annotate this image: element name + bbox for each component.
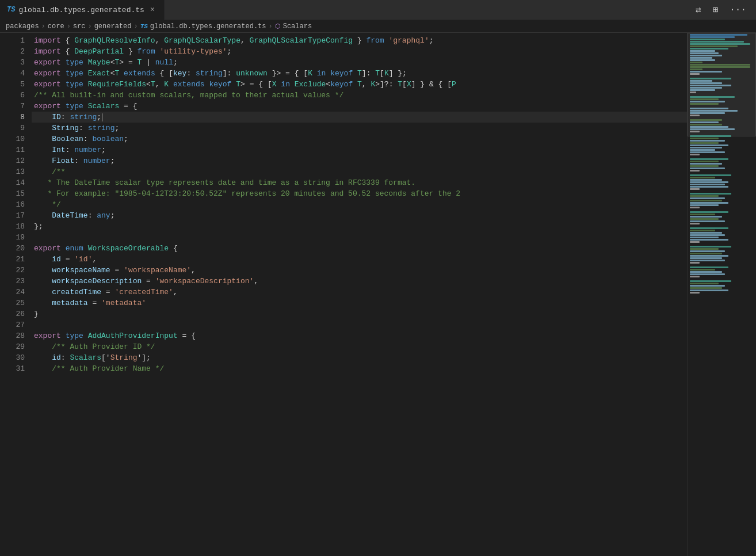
code-line-31: /** Auth Provider Name */ [32,363,687,374]
toolbar-right: ⇄ ⊞ ··· [693,2,756,17]
line-num-8: 8 [0,112,25,123]
code-line-29: /** Auth Provider ID */ [32,341,687,352]
editor[interactable]: 1 2 3 4 5 6 7 8 9 10 11 12 13 14 15 16 1… [0,33,756,556]
line-numbers: 1 2 3 4 5 6 7 8 9 10 11 12 13 14 15 16 1… [0,33,32,556]
line-num-20: 20 [0,243,25,254]
line-num-17: 17 [0,210,25,221]
code-line-6: /** All built-in and custom scalars, map… [32,90,687,101]
line-num-25: 25 [0,298,25,309]
line-num-18: 18 [0,221,25,232]
breadcrumb-file[interactable]: global.db.types.generated.ts [150,22,266,31]
ts-badge: TS [7,6,15,14]
minimap [687,33,756,556]
code-line-11: Int: number; [32,144,687,155]
line-num-28: 28 [0,330,25,341]
code-line-2: import { DeepPartial } from 'utility-typ… [32,46,687,57]
code-line-5: export type RequireFields<T, K extends k… [32,79,687,90]
code-line-24: createdTime = 'createdTime', [32,287,687,298]
code-line-15: * For example: "1985-04-12T23:20:50.52Z"… [32,188,687,199]
code-area[interactable]: import { GraphQLResolveInfo, GraphQLScal… [32,33,687,556]
code-line-13: /** [32,166,687,177]
line-num-11: 11 [0,144,25,155]
code-line-9: String: string; [32,123,687,134]
line-num-7: 7 [0,101,25,112]
line-num-1: 1 [0,35,25,46]
code-line-18: }; [32,221,687,232]
line-num-9: 9 [0,123,25,134]
line-num-30: 30 [0,352,25,363]
code-line-7: export type Scalars = { [32,101,687,112]
line-num-6: 6 [0,90,25,101]
tab-close-button[interactable]: × [148,5,157,14]
line-num-31: 31 [0,363,25,374]
line-num-22: 22 [0,265,25,276]
code-line-12: Float: number; [32,155,687,166]
breadcrumb-core[interactable]: core [48,22,64,31]
line-num-29: 29 [0,341,25,352]
breadcrumb-ts-badge: TS [140,23,148,30]
line-num-4: 4 [0,68,25,79]
line-num-12: 12 [0,155,25,166]
code-line-23: workspaceDescription = 'workspaceDescrip… [32,276,687,287]
line-num-2: 2 [0,46,25,57]
split-editor-button[interactable]: ⇄ [693,2,704,17]
code-line-22: workspaceName = 'workspaceName', [32,265,687,276]
code-line-3: export type Maybe<T> = T | null; [32,57,687,68]
line-num-27: 27 [0,319,25,330]
breadcrumb-symbol-icon: ⬡ [275,22,281,30]
code-line-28: export type AddAuthProviderInput = { [32,330,687,341]
code-line-4: export type Exact<T extends { [key: stri… [32,68,687,79]
code-line-26: } [32,309,687,319]
breadcrumb-symbol[interactable]: Scalars [283,22,312,31]
code-line-10: Boolean: boolean; [32,134,687,144]
line-num-14: 14 [0,177,25,188]
breadcrumb-packages[interactable]: packages [6,22,39,31]
code-line-16: */ [32,199,687,210]
line-num-15: 15 [0,188,25,199]
code-line-30: id: Scalars['String']; [32,352,687,363]
active-tab[interactable]: TS global.db.types.generated.ts × [0,0,165,20]
tab-filename: global.db.types.generated.ts [18,6,144,14]
line-num-19: 19 [0,232,25,243]
code-line-20: export enum WorkspaceOrderable { [32,243,687,254]
line-num-21: 21 [0,254,25,265]
breadcrumb-src[interactable]: src [73,22,86,31]
tab-bar: TS global.db.types.generated.ts × ⇄ ⊞ ··… [0,0,756,20]
layout-button[interactable]: ⊞ [710,2,721,17]
main-layout: 1 2 3 4 5 6 7 8 9 10 11 12 13 14 15 16 1… [0,33,756,556]
code-line-27 [32,319,687,330]
code-line-1: import { GraphQLResolveInfo, GraphQLScal… [32,35,687,46]
line-num-26: 26 [0,309,25,319]
code-line-8: ID: string; [32,112,687,123]
line-num-10: 10 [0,134,25,144]
minimap-content [688,33,756,556]
breadcrumb-generated[interactable]: generated [94,22,132,31]
line-num-23: 23 [0,276,25,287]
line-num-5: 5 [0,79,25,90]
line-num-16: 16 [0,199,25,210]
line-num-24: 24 [0,287,25,298]
breadcrumb: packages › core › src › generated › TS g… [0,20,756,33]
line-num-13: 13 [0,166,25,177]
code-line-19 [32,232,687,243]
code-line-25: metadata = 'metadata' [32,298,687,309]
code-line-14: * The DateTime scalar type represents da… [32,177,687,188]
more-actions-button[interactable]: ··· [727,3,749,17]
line-num-3: 3 [0,57,25,68]
code-line-17: DateTime: any; [32,210,687,221]
code-line-21: id = 'id', [32,254,687,265]
